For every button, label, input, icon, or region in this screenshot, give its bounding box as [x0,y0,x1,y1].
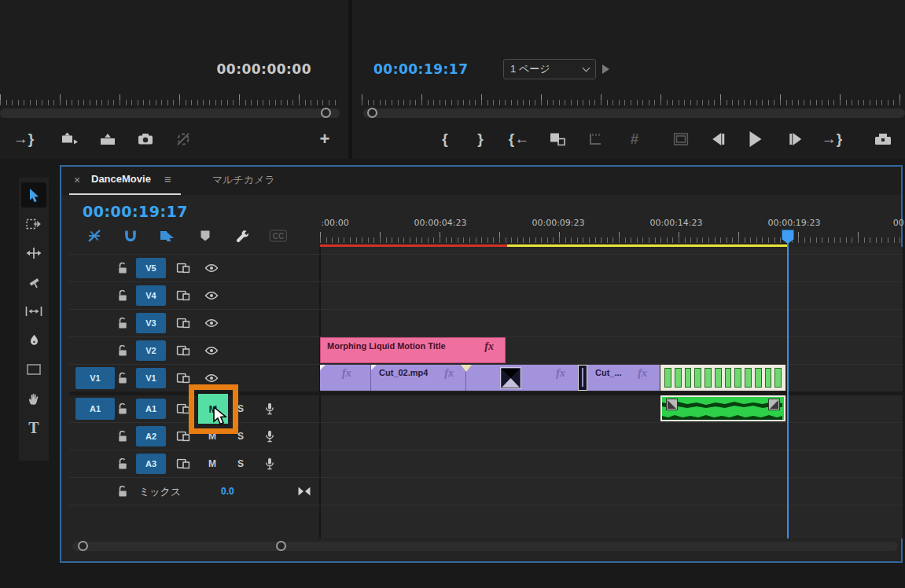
lock-icon[interactable] [118,486,128,498]
eye-icon[interactable] [205,319,219,328]
timeline-zoom-scrollbar[interactable] [72,542,898,551]
source-patching-icon[interactable] [177,459,190,469]
clip-title[interactable]: Morphing Liquid Motion Titlefx [320,337,506,363]
fade-in-icon[interactable] [666,399,678,410]
lift-icon[interactable] [588,133,602,145]
lock-icon[interactable] [118,373,128,384]
panel-menu-icon[interactable]: ≡ [164,172,171,186]
track-badge-A2[interactable]: A2 [136,426,166,447]
eye-icon[interactable] [205,292,219,300]
snap-icon[interactable] [123,230,138,243]
rectangle-tool[interactable] [21,357,46,382]
go-to-in-icon[interactable]: {← [509,130,529,148]
fade-out-icon[interactable] [768,399,780,410]
source-patch-V1[interactable]: V1 [75,367,115,389]
eye-icon[interactable] [205,264,219,273]
source-patch-A1[interactable]: A1 [75,398,115,420]
lock-icon[interactable] [118,431,128,443]
add-marker-icon[interactable] [200,230,211,242]
eye-icon[interactable] [205,374,219,383]
track-select-forward-tool[interactable] [21,211,46,237]
track-badge-V2[interactable]: V2 [136,340,166,361]
track-badge-V4[interactable]: V4 [136,285,166,306]
tab-dancemovie[interactable]: DanceMovie [91,173,151,185]
flyout-triangle-icon[interactable] [602,64,609,74]
export-frame-icon[interactable] [138,134,153,145]
mute-button-A3[interactable]: M [208,458,216,469]
lock-icon[interactable] [118,345,128,357]
timeline-settings-icon[interactable] [236,230,249,243]
source-time-ruler[interactable] [0,94,340,106]
mic-icon[interactable] [265,402,274,415]
clip-audio[interactable] [660,395,785,421]
source-patching-icon[interactable] [177,263,190,274]
timeline-zoom-handle-right[interactable] [276,541,286,551]
playhead-line[interactable] [787,243,789,538]
mix-volume-value[interactable]: 0.0 [221,486,234,497]
track-badge-A3[interactable]: A3 [136,454,166,474]
insert-icon[interactable] [550,133,565,146]
program-zoom-scrollbar[interactable] [363,108,905,118]
slip-tool[interactable] [21,299,46,324]
clip-video-segment[interactable]: Cut_02.mp4fx [371,365,466,391]
tab-multicamera[interactable]: マルチカメラ [212,173,275,187]
type-tool[interactable]: T [21,415,46,440]
track-badge-V1[interactable]: V1 [136,368,166,388]
source-patching-icon[interactable] [177,373,190,384]
mic-icon[interactable] [265,430,274,443]
lock-icon[interactable] [118,403,128,415]
clip-video-segment[interactable]: fx [466,365,578,391]
lock-icon[interactable] [118,263,128,274]
captions-icon[interactable]: CC [270,230,287,242]
transition-icon[interactable] [500,367,521,389]
add-button-icon[interactable]: + [320,129,330,149]
mark-out-icon[interactable]: } [477,130,483,148]
playhead-handle[interactable] [782,230,794,244]
close-icon[interactable]: × [74,174,80,186]
source-zoom-handle[interactable] [321,108,331,118]
lock-icon[interactable] [118,290,128,302]
page-select-dropdown[interactable]: 1 ページ [503,59,596,79]
source-patching-icon[interactable] [177,432,190,442]
mark-in-icon[interactable]: { [442,130,447,148]
thin-transition-icon[interactable] [578,365,587,391]
program-time-ruler[interactable] [362,94,905,106]
track-badge-V3[interactable]: V3 [136,313,166,333]
timeline-zoom-handle-left[interactable] [78,541,88,551]
step-back-icon[interactable] [712,133,725,145]
source-patching-icon[interactable] [177,291,190,301]
overwrite-icon[interactable] [61,133,79,146]
step-forward-icon[interactable] [789,133,801,145]
timeline-timecode[interactable]: 00:00:19:17 [83,203,188,220]
linked-selection-icon[interactable] [160,230,175,242]
source-patching-icon[interactable] [177,318,190,329]
solo-button-A3[interactable]: S [237,458,244,469]
source-zoom-scrollbar[interactable] [0,108,340,118]
selection-tool[interactable] [21,182,46,208]
go-to-out-icon[interactable]: →} [822,130,842,148]
source-patching-icon[interactable] [177,346,190,356]
pen-tool[interactable] [21,328,46,353]
mic-icon[interactable] [265,458,274,470]
program-zoom-handle[interactable] [367,108,377,118]
go-to-out-icon[interactable]: →} [13,130,34,148]
ripple-edit-tool[interactable] [21,241,46,266]
lift-icon[interactable] [100,133,116,145]
razor-tool[interactable] [21,270,46,295]
lock-icon[interactable] [118,458,128,470]
track-badge-V5[interactable]: V5 [136,258,166,278]
hand-tool[interactable] [21,386,46,411]
eye-icon[interactable] [205,347,219,355]
bowtie-icon[interactable] [298,487,311,496]
clip-video-segment[interactable]: fx [320,365,371,391]
extract-icon[interactable]: # [631,130,639,148]
clip-video-thumbnails[interactable] [660,365,785,391]
nest-icon[interactable] [87,229,101,243]
solo-button-A2[interactable]: S [237,431,244,442]
play-icon[interactable] [750,131,762,147]
source-patching-icon[interactable] [177,404,190,414]
multicam-icon[interactable] [874,133,892,145]
lock-icon[interactable] [118,318,128,329]
solo-button-A1[interactable]: S [237,403,244,414]
sync-disabled-icon[interactable] [176,132,190,146]
